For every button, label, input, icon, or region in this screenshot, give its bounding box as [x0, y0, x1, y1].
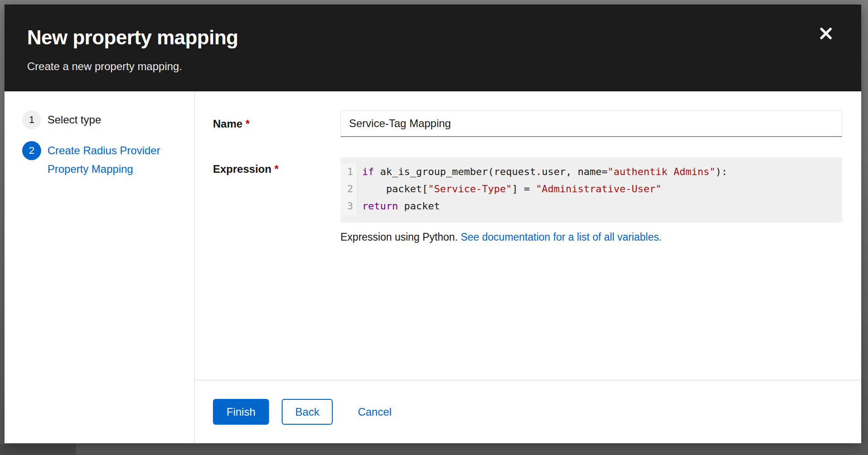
close-icon	[819, 27, 833, 40]
modal-body: 1Select type2Create Radius Provider Prop…	[5, 91, 861, 443]
code-line: if ak_is_group_member(request.user, name…	[362, 163, 842, 180]
documentation-link[interactable]: See documentation for a list of all vari…	[461, 231, 662, 243]
code-line: return packet	[362, 198, 842, 215]
step-label: Select type	[47, 110, 101, 129]
expression-form-row: Expression * 123 if ak_is_group_member(r…	[213, 157, 842, 244]
new-property-mapping-modal: New property mapping Create a new proper…	[5, 5, 861, 443]
wizard-step-2[interactable]: 2Create Radius Provider Property Mapping	[22, 141, 181, 178]
line-number: 2	[340, 180, 353, 198]
modal-header: New property mapping Create a new proper…	[5, 5, 861, 91]
code-lines: if ak_is_group_member(request.user, name…	[358, 163, 842, 215]
expression-code-editor[interactable]: 123 if ak_is_group_member(request.user, …	[340, 157, 842, 223]
step-label: Create Radius Provider Property Mapping	[47, 141, 181, 178]
expression-helper-text: Expression using Python. See documentati…	[340, 230, 842, 244]
finish-button[interactable]: Finish	[213, 399, 269, 425]
name-input[interactable]	[340, 110, 842, 137]
wizard-step-1[interactable]: 1Select type	[22, 110, 101, 129]
required-indicator: *	[245, 118, 250, 130]
name-field-wrapper	[340, 110, 842, 137]
back-button[interactable]: Back	[282, 399, 333, 425]
wizard-footer: Finish Back Cancel	[195, 380, 861, 443]
modal-description: Create a new property mapping.	[27, 60, 807, 73]
cancel-button[interactable]: Cancel	[358, 399, 392, 425]
step-number-badge: 2	[22, 141, 41, 160]
modal-title: New property mapping	[27, 25, 807, 50]
name-form-row: Name *	[213, 110, 842, 137]
expression-field-wrapper: 123 if ak_is_group_member(request.user, …	[340, 157, 842, 244]
wizard-content-pane: Name * Expression * 123 i	[195, 91, 861, 443]
line-number-gutter: 123	[340, 163, 358, 215]
page-behind-overlay	[0, 444, 76, 455]
required-indicator: *	[274, 163, 278, 175]
step-number-badge: 1	[22, 110, 41, 129]
line-number: 3	[340, 198, 353, 215]
name-label: Name *	[213, 118, 340, 130]
form-area: Name * Expression * 123 i	[195, 91, 861, 380]
code-line: packet["Service-Type"] = "Administrative…	[362, 180, 842, 198]
wizard-step-nav: 1Select type2Create Radius Provider Prop…	[5, 91, 195, 443]
close-button[interactable]	[817, 24, 835, 43]
expression-label: Expression *	[213, 157, 340, 244]
line-number: 1	[340, 163, 353, 180]
